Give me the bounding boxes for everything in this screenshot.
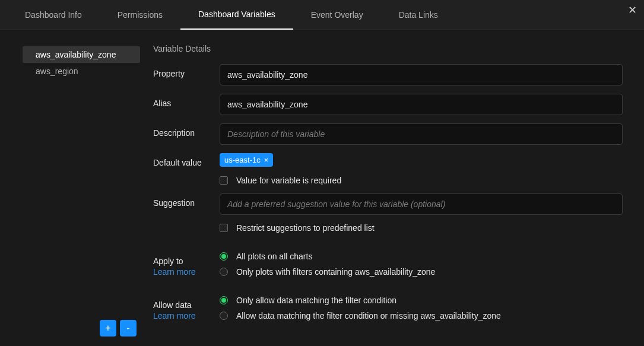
apply-to-radio-filtered[interactable]: [220, 268, 228, 276]
default-value-label: Default value: [153, 153, 220, 167]
chip-text: us-east-1c: [224, 155, 261, 164]
default-value-chip[interactable]: us-east-1c ×: [220, 153, 273, 167]
restrict-label: Restrict suggestions to predefined list: [236, 223, 375, 233]
panel-title: Variable Details: [153, 44, 623, 53]
remove-variable-button[interactable]: -: [120, 320, 137, 337]
tab-event-overlay[interactable]: Event Overlay: [293, 0, 381, 30]
variable-details-panel: Variable Details Property Alias Descript…: [140, 30, 644, 346]
description-input[interactable]: [220, 123, 623, 145]
required-label: Value for variable is required: [236, 176, 341, 185]
tab-bar: Dashboard Info Permissions Dashboard Var…: [0, 0, 644, 30]
allow-data-radio-matching[interactable]: [220, 296, 228, 304]
property-input[interactable]: [220, 64, 623, 85]
apply-to-radio-filtered-label: Only plots with filters containing aws_a…: [236, 267, 435, 277]
suggestion-label: Suggestion: [153, 193, 220, 208]
chip-remove-icon[interactable]: ×: [264, 156, 269, 164]
alias-label: Alias: [153, 94, 220, 108]
apply-to-label: Apply to Learn more: [153, 252, 220, 277]
allow-data-label: Allow data Learn more: [153, 296, 220, 320]
apply-to-radio-all-label: All plots on all charts: [236, 252, 312, 261]
required-checkbox[interactable]: [220, 176, 228, 185]
alias-input[interactable]: [220, 94, 623, 115]
suggestion-input[interactable]: [220, 193, 623, 215]
allow-data-radio-missing-label: Allow data matching the filter condition…: [236, 311, 501, 320]
close-icon[interactable]: ✕: [628, 5, 637, 15]
allow-data-radio-matching-label: Only allow data matching the filter cond…: [236, 296, 396, 305]
tab-dashboard-variables[interactable]: Dashboard Variables: [180, 0, 293, 30]
tab-dashboard-info[interactable]: Dashboard Info: [7, 0, 100, 30]
apply-to-radio-all[interactable]: [220, 252, 228, 261]
sidebar-variable-aws-availability-zone[interactable]: aws_availability_zone: [23, 46, 140, 63]
allow-data-learn-more-link[interactable]: Learn more: [153, 311, 220, 320]
apply-to-learn-more-link[interactable]: Learn more: [153, 267, 220, 277]
tab-permissions[interactable]: Permissions: [100, 0, 180, 30]
allow-data-radio-missing[interactable]: [220, 312, 228, 320]
restrict-checkbox[interactable]: [220, 224, 228, 232]
variables-sidebar: aws_availability_zone aws_region + -: [0, 30, 140, 346]
property-label: Property: [153, 64, 220, 78]
description-label: Description: [153, 123, 220, 138]
tab-data-links[interactable]: Data Links: [381, 0, 456, 30]
sidebar-variable-aws-region[interactable]: aws_region: [23, 63, 140, 80]
add-variable-button[interactable]: +: [100, 320, 116, 337]
